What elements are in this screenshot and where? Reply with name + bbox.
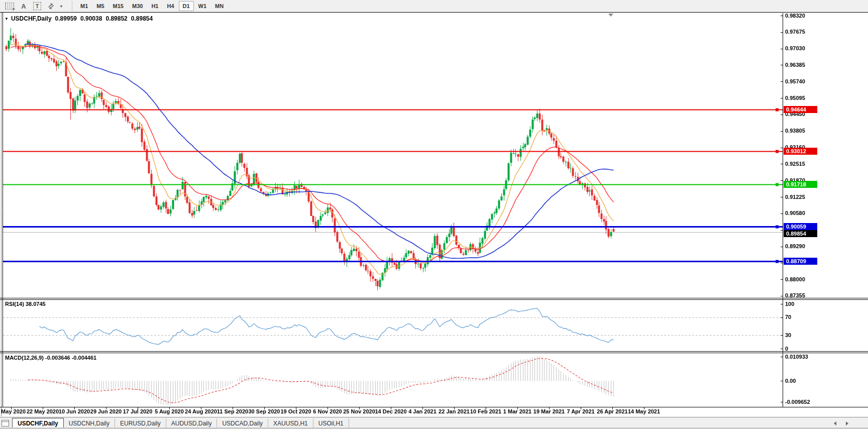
date-tick-label: 30 Sep 2020 [249, 408, 280, 414]
timeframe-button-m30[interactable]: M30 [128, 1, 147, 11]
price-tick-label: 0.90580 [785, 210, 805, 217]
date-tick-label: 26 Apr 2021 [597, 408, 627, 414]
price-low: 0.89852 [105, 15, 127, 22]
rsi-tick-label: 100 [785, 301, 794, 307]
date-tick-label: 10 Feb 2021 [470, 408, 501, 414]
price-tick-label: 0.88000 [785, 276, 805, 283]
date-tick-label: 24 Aug 2020 [185, 408, 217, 414]
date-tick-label: 14 May 2021 [628, 408, 660, 414]
date-tick-label: 10 Jun 2020 [59, 408, 90, 414]
chart-title-row: ▼ USDCHF,Daily 0.89959 0.90038 0.89852 0… [5, 15, 153, 22]
macd-tick-label: 0.00 [785, 378, 796, 384]
date-tick-label: 19 Oct 2020 [280, 408, 311, 414]
price-tick-label: 0.95740 [785, 78, 805, 85]
symbol-dropdown-icon[interactable]: ▼ [5, 17, 9, 21]
date-tick-label: 7 Apr 2021 [567, 408, 594, 414]
date-tick-label: 11 Sep 2020 [217, 408, 248, 414]
price-tick-label: 0.96385 [785, 62, 805, 68]
price-tick-label: 0.87355 [785, 292, 805, 299]
date-tick-label: 4 Jan 2021 [408, 408, 437, 414]
date-tick-label: 22 Jan 2021 [439, 408, 470, 414]
timeframe-button-h1[interactable]: H1 [147, 1, 162, 11]
price-high: 0.90038 [80, 15, 102, 22]
chart-canvas[interactable] [0, 0, 868, 429]
rsi-tick-label: 0 [785, 346, 788, 352]
date-tick-label: 19 Mar 2021 [533, 408, 565, 414]
level-badge: 0.90059 [784, 223, 817, 230]
date-tick-label: 5 Aug 2020 [155, 408, 184, 414]
date-tick-label: 4 May 2020 [0, 408, 26, 414]
tab-usdcad-daily[interactable]: USDCAD,Daily [217, 418, 268, 428]
price-tick-label: 0.97675 [785, 29, 805, 35]
date-tick-label: 14 Dec 2020 [375, 408, 407, 414]
price-close: 0.89854 [131, 15, 153, 22]
timeframe-buttons: M1M5M15M30H1H4D1W1MN [76, 1, 228, 11]
swap-arrows-icon[interactable]: ⇄ [44, 0, 57, 13]
text-a-icon[interactable]: A [19, 2, 28, 11]
chart-shift-marker-icon [608, 14, 613, 17]
rsi-tick-label: 30 [785, 332, 791, 339]
date-tick-label: 1 Mar 2021 [503, 408, 531, 414]
timeframe-button-m1[interactable]: M1 [76, 1, 92, 11]
tab-scroll-right-icon[interactable] [846, 421, 848, 425]
text-box-icon[interactable]: T [33, 2, 41, 10]
price-tick-label: 0.92515 [785, 161, 805, 167]
symbol-title: USDCHF,Daily [11, 15, 52, 22]
level-badge: 0.93012 [784, 148, 817, 155]
level-badge: 0.94644 [784, 106, 817, 113]
timeframe-button-m15[interactable]: M15 [109, 1, 128, 11]
tab-usdchf-daily[interactable]: USDCHF,Daily [12, 418, 64, 428]
chart-tabs: USDCHF,DailyUSDCNH,DailyEURUSD,DailyAUDU… [12, 418, 349, 428]
dotted-grid-icon: F [5, 3, 14, 10]
toolbar: F A T ⇄ ▼ M1M5M15M30H1H4D1W1MN [0, 0, 868, 12]
macd-tick-label: 0.010933 [785, 354, 808, 360]
tab-xauusd-h1[interactable]: XAUUSD,H1 [268, 418, 313, 428]
current-price-badge: 0.89854 [784, 230, 817, 237]
date-tick-label: 29 Jun 2020 [90, 408, 122, 414]
mt4-window: F A T ⇄ ▼ M1M5M15M30H1H4D1W1MN ▼ USDCHF,… [0, 0, 868, 429]
date-tick-label: 22 May 2020 [27, 408, 59, 414]
chart-window-icon[interactable] [2, 420, 9, 426]
rsi-label: RSI(14) 38.0745 [5, 301, 46, 307]
price-tick-label: 0.98320 [785, 13, 805, 19]
macd-label: MACD(12,26,9) -0.003646 -0.004461 [5, 355, 96, 361]
price-tick-label: 0.93805 [785, 128, 805, 134]
date-tick-label: 17 Jul 2020 [123, 408, 153, 414]
price-tick-label: 0.89290 [785, 243, 805, 250]
date-tick-label: 25 Nov 2020 [343, 408, 375, 414]
timeframe-button-mn[interactable]: MN [211, 1, 228, 11]
level-badge: 0.88709 [784, 258, 817, 265]
toolbar-separator [72, 2, 72, 11]
price-open: 0.89959 [55, 15, 77, 22]
tab-scroll-left-icon[interactable] [834, 421, 836, 425]
price-tick-label: 0.91225 [785, 194, 805, 200]
tab-usoil-h1[interactable]: USOil,H1 [313, 418, 349, 428]
macd-tick-label: -0.009652 [785, 399, 810, 405]
tab-usdcnh-daily[interactable]: USDCNH,Daily [64, 418, 115, 428]
rsi-tick-label: 70 [785, 314, 791, 320]
tab-eurusd-daily[interactable]: EURUSD,Daily [115, 418, 166, 428]
price-tick-label: 0.97030 [785, 45, 805, 52]
level-badge: 0.91718 [784, 181, 817, 188]
timeframe-button-w1[interactable]: W1 [194, 1, 211, 11]
date-tick-label: 6 Nov 2020 [313, 408, 342, 414]
timeframe-button-h4[interactable]: H4 [163, 1, 178, 11]
price-tick-label: 0.95095 [785, 95, 805, 101]
timeframe-button-d1[interactable]: D1 [179, 1, 194, 11]
timeframe-button-m5[interactable]: M5 [92, 1, 108, 11]
grid-properties-icon[interactable]: F [5, 2, 14, 11]
toolbar-dropdown-caret-icon[interactable]: ▼ [57, 2, 66, 11]
tab-audusd-daily[interactable]: AUDUSD,Daily [166, 418, 218, 428]
